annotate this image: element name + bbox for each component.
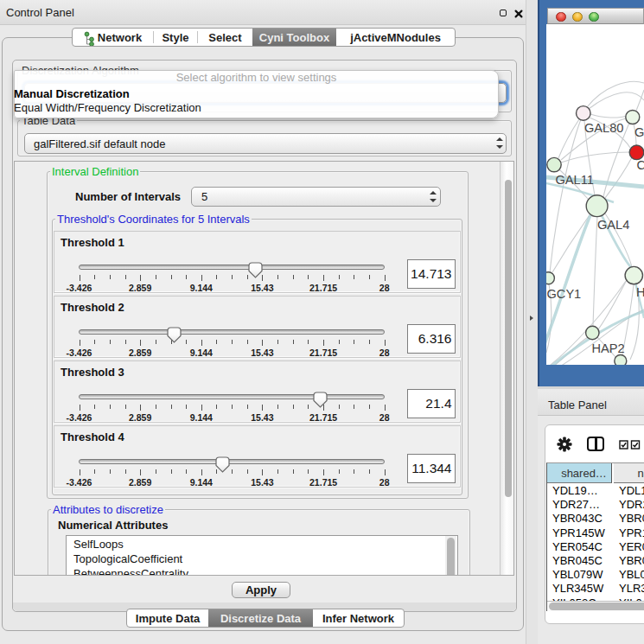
svg-text:GAL80: GAL80: [584, 121, 623, 135]
svg-text:H: H: [636, 285, 644, 299]
svg-text:GA: GA: [634, 125, 644, 139]
svg-text:GAL11: GAL11: [556, 173, 594, 187]
svg-text:GCY1: GCY1: [547, 287, 582, 301]
svg-text:HAP2: HAP2: [592, 341, 625, 355]
svg-text:C: C: [637, 158, 644, 172]
svg-text:GAL4: GAL4: [597, 218, 629, 232]
